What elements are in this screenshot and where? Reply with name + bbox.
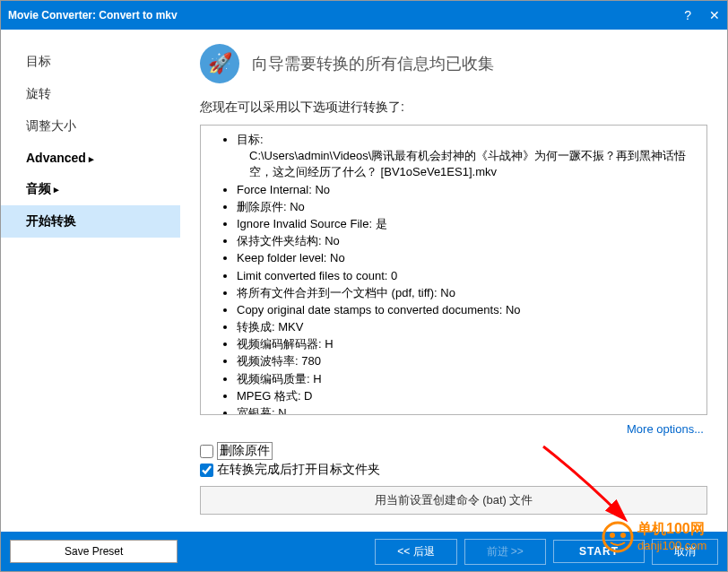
sidebar-item-1[interactable]: 旋转	[1, 78, 180, 110]
start-button[interactable]: START	[553, 540, 645, 563]
open-folder-label: 在转换完成后打开目标文件夹	[217, 462, 380, 478]
window-title: Movie Converter: Convert to mkv	[8, 9, 684, 22]
sidebar-item-2[interactable]: 调整大小	[1, 110, 180, 143]
cancel-button[interactable]: 取消	[652, 539, 718, 565]
sidebar-item-0[interactable]: 目标	[1, 46, 180, 78]
setting-row: 保持文件夹结构: No	[237, 233, 703, 249]
sidebar-item-4[interactable]: 音频	[1, 173, 180, 205]
page-subtitle: 您现在可以采用以下选项进行转换了:	[200, 100, 707, 116]
setting-row: Force Internal: No	[237, 182, 703, 198]
save-preset-button[interactable]: Save Preset	[10, 540, 178, 563]
setting-row: MPEG 格式: D	[237, 388, 703, 404]
setting-row: 将所有文件合并到一个文档中 (pdf, tiff): No	[237, 285, 703, 301]
setting-row: 视频编码解码器: H	[237, 336, 703, 352]
create-bat-button[interactable]: 用当前设置创建命令 (bat) 文件	[200, 486, 707, 515]
rocket-icon: 🚀	[200, 44, 239, 83]
delete-original-checkbox[interactable]	[200, 445, 213, 458]
setting-row: 目标:C:\Users\admin\Videos\腾讯最有机会封神的《斗战神》为…	[237, 132, 703, 181]
setting-row: 视频波特率: 780	[237, 353, 703, 369]
setting-row: 视频编码质量: H	[237, 371, 703, 387]
settings-summary[interactable]: 目标:C:\Users\admin\Videos\腾讯最有机会封神的《斗战神》为…	[200, 125, 707, 415]
setting-row: Limit converted files to count: 0	[237, 268, 703, 284]
open-folder-checkbox[interactable]	[200, 464, 213, 477]
sidebar: 目标旋转调整大小Advanced音频开始转换	[1, 30, 180, 532]
forward-button: 前进 >>	[464, 539, 546, 565]
page-header: 向导需要转换的所有信息均已收集	[252, 53, 494, 74]
sidebar-item-3[interactable]: Advanced	[1, 143, 180, 173]
back-button[interactable]: << 后退	[375, 539, 456, 565]
setting-row: Ignore Invalid Source File: 是	[237, 216, 703, 232]
help-icon[interactable]: ?	[684, 8, 691, 22]
setting-row: Copy original date stamps to converted d…	[237, 302, 703, 318]
more-options-link[interactable]: More options...	[627, 422, 704, 436]
close-icon[interactable]: ✕	[709, 8, 720, 22]
setting-row: 删除原件: No	[237, 199, 703, 215]
footer-bar: Save Preset << 后退 前进 >> START 取消	[1, 532, 727, 571]
setting-row: 转换成: MKV	[237, 319, 703, 335]
setting-row: Keep folder level: No	[237, 250, 703, 266]
sidebar-item-5[interactable]: 开始转换	[1, 205, 180, 238]
delete-original-label: 删除原件	[217, 442, 273, 460]
setting-row: 宽银幕: N	[237, 405, 703, 415]
